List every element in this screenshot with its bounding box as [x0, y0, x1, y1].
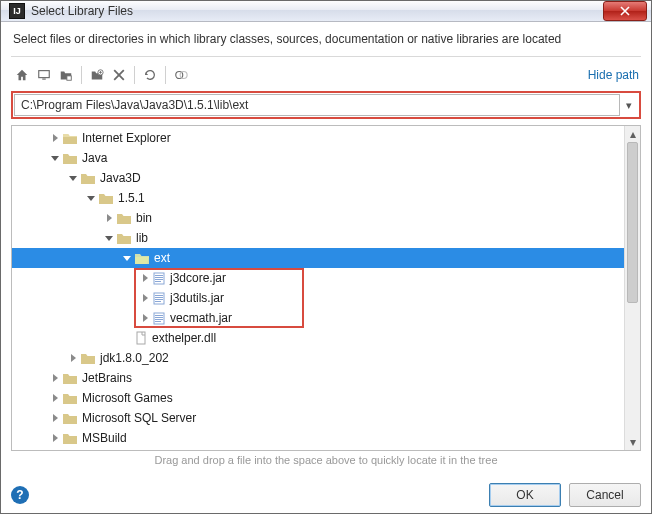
show-hidden-icon — [174, 68, 188, 82]
home-button[interactable] — [11, 64, 33, 86]
tree-item[interactable]: j3dutils.jar — [12, 288, 640, 308]
file-tree[interactable]: Internet Explorer Java Java3D 1.5.1 — [11, 125, 641, 451]
tree-label: Java — [78, 151, 107, 165]
chevron-down-icon[interactable] — [84, 191, 98, 205]
footer: ? OK Cancel — [1, 477, 651, 514]
path-history-dropdown[interactable]: ▾ — [620, 99, 638, 112]
jar-icon — [152, 311, 166, 325]
path-highlight: ▾ — [11, 91, 641, 119]
tree-item[interactable]: lib — [12, 228, 640, 248]
tree-label: JetBrains — [78, 371, 132, 385]
new-folder-icon — [90, 68, 104, 82]
scroll-down-button[interactable]: ▾ — [625, 434, 640, 450]
svg-rect-14 — [155, 299, 163, 300]
chevron-right-icon[interactable] — [48, 131, 62, 145]
scroll-thumb[interactable] — [627, 142, 638, 303]
cancel-button[interactable]: Cancel — [569, 483, 641, 507]
window-title: Select Library Files — [31, 4, 603, 18]
tree-label: Microsoft SQL Server — [78, 411, 196, 425]
scroll-track[interactable] — [625, 142, 640, 434]
svg-rect-10 — [155, 281, 161, 282]
folder-icon — [116, 231, 132, 245]
close-button[interactable] — [603, 1, 647, 21]
home-icon — [15, 68, 29, 82]
dialog-window: IJ Select Library Files Select files or … — [0, 0, 652, 514]
tree-item[interactable]: Microsoft SQL Server — [12, 408, 640, 428]
svg-rect-9 — [155, 279, 163, 280]
cancel-label: Cancel — [586, 488, 623, 502]
ok-button[interactable]: OK — [489, 483, 561, 507]
svg-rect-13 — [155, 297, 163, 298]
tree-label: exthelper.dll — [148, 331, 216, 345]
tree-label: 1.5.1 — [114, 191, 145, 205]
tree-item[interactable]: Java3D — [12, 168, 640, 188]
refresh-button[interactable] — [139, 64, 161, 86]
folder-icon — [62, 371, 78, 385]
svg-rect-21 — [137, 332, 145, 344]
scroll-up-button[interactable]: ▴ — [625, 126, 640, 142]
chevron-right-icon[interactable] — [66, 351, 80, 365]
jar-icon — [152, 291, 166, 305]
svg-rect-7 — [155, 275, 163, 276]
tree-item[interactable]: exthelper.dll — [12, 328, 640, 348]
show-hidden-button[interactable] — [170, 64, 192, 86]
folder-icon — [62, 151, 78, 165]
tree-item[interactable]: j3dcore.jar — [12, 268, 640, 288]
chevron-down-icon[interactable] — [66, 171, 80, 185]
tree-item[interactable]: bin — [12, 208, 640, 228]
hide-path-link[interactable]: Hide path — [588, 68, 641, 82]
chevron-down-icon[interactable] — [102, 231, 116, 245]
svg-rect-12 — [155, 295, 163, 296]
tree-item[interactable]: vecmath.jar — [12, 308, 640, 328]
new-folder-button[interactable] — [86, 64, 108, 86]
tree-item[interactable]: Microsoft Games — [12, 388, 640, 408]
svg-rect-2 — [67, 76, 71, 80]
separator — [134, 66, 135, 84]
content-area: Select files or directories in which lib… — [1, 22, 651, 477]
chevron-right-icon[interactable] — [48, 411, 62, 425]
tree-item[interactable]: MSBuild — [12, 428, 640, 448]
tree-label: MSBuild — [78, 431, 127, 445]
chevron-right-icon[interactable] — [102, 211, 116, 225]
project-button[interactable] — [55, 64, 77, 86]
help-button[interactable]: ? — [11, 486, 29, 504]
file-icon — [134, 331, 148, 345]
tree-label: ext — [150, 251, 170, 265]
folder-icon — [116, 211, 132, 225]
delete-button[interactable] — [108, 64, 130, 86]
folder-open-icon — [134, 251, 150, 265]
tree-item[interactable]: Java — [12, 148, 640, 168]
tree-label: j3dutils.jar — [166, 291, 224, 305]
divider — [11, 56, 641, 57]
tree-label: vecmath.jar — [166, 311, 232, 325]
tree-item[interactable]: jdk1.8.0_202 — [12, 348, 640, 368]
chevron-down-icon[interactable] — [120, 251, 134, 265]
chevron-down-icon[interactable] — [48, 151, 62, 165]
svg-rect-11 — [154, 293, 164, 304]
toolbar: Hide path — [11, 63, 641, 87]
desktop-button[interactable] — [33, 64, 55, 86]
chevron-right-icon[interactable] — [138, 311, 152, 325]
tree-label: Microsoft Games — [78, 391, 173, 405]
chevron-right-icon[interactable] — [48, 431, 62, 445]
desktop-icon — [37, 68, 51, 82]
chevron-right-icon[interactable] — [48, 371, 62, 385]
chevron-right-icon[interactable] — [138, 271, 152, 285]
path-input[interactable] — [14, 94, 620, 116]
separator — [165, 66, 166, 84]
titlebar[interactable]: IJ Select Library Files — [1, 1, 651, 22]
folder-icon — [62, 431, 78, 445]
tree-label: Java3D — [96, 171, 141, 185]
tree-label: jdk1.8.0_202 — [96, 351, 169, 365]
tree-item[interactable]: JetBrains — [12, 368, 640, 388]
tree-label: Internet Explorer — [78, 131, 171, 145]
tree-item-selected[interactable]: ext — [12, 248, 640, 268]
chevron-right-icon[interactable] — [138, 291, 152, 305]
scrollbar-vertical[interactable]: ▴ ▾ — [624, 126, 640, 450]
delete-icon — [113, 69, 125, 81]
tree-item[interactable]: 1.5.1 — [12, 188, 640, 208]
svg-rect-15 — [155, 301, 161, 302]
chevron-right-icon[interactable] — [48, 391, 62, 405]
separator — [81, 66, 82, 84]
tree-item[interactable]: Internet Explorer — [12, 128, 640, 148]
